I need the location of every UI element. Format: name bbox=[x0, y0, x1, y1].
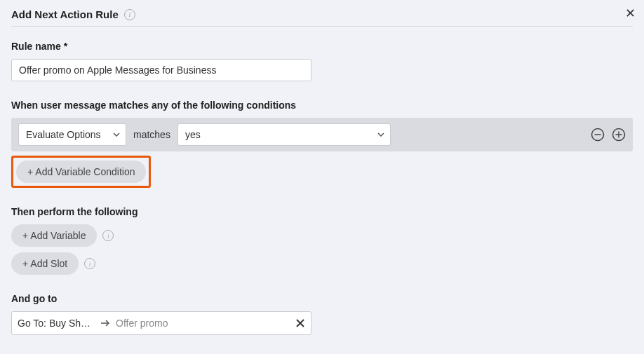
condition-row: Evaluate Options matches yes bbox=[11, 118, 633, 151]
clear-icon[interactable] bbox=[295, 318, 305, 328]
info-icon[interactable]: i bbox=[124, 9, 135, 20]
rule-name-label: Rule name * bbox=[11, 41, 633, 52]
close-icon[interactable]: ✕ bbox=[625, 6, 636, 21]
conditions-label: When user message matches any of the fol… bbox=[11, 100, 633, 111]
add-variable-condition-button[interactable]: + Add Variable Condition bbox=[16, 161, 146, 183]
arrow-right-icon bbox=[100, 318, 110, 329]
goto-placeholder: Offer promo bbox=[116, 318, 290, 329]
info-icon[interactable]: i bbox=[84, 258, 95, 269]
conditions-section: When user message matches any of the fol… bbox=[11, 100, 633, 188]
goto-section: And go to Go To: Buy Sho… Offer promo bbox=[11, 293, 633, 335]
rule-name-section: Rule name * bbox=[11, 41, 633, 81]
perform-section: Then perform the following + Add Variabl… bbox=[11, 206, 633, 275]
condition-field-select[interactable]: Evaluate Options bbox=[18, 123, 126, 146]
add-slot-button[interactable]: + Add Slot bbox=[11, 252, 79, 275]
goto-selected-value: Go To: Buy Sho… bbox=[18, 318, 95, 329]
dialog-title: Add Next Action Rule bbox=[11, 8, 119, 20]
condition-value: yes bbox=[185, 129, 201, 140]
condition-field-value: Evaluate Options bbox=[26, 129, 101, 140]
remove-condition-icon[interactable] bbox=[591, 128, 605, 142]
goto-label: And go to bbox=[11, 293, 633, 304]
rule-name-input[interactable] bbox=[11, 59, 311, 81]
chevron-down-icon bbox=[113, 132, 120, 137]
add-condition-icon[interactable] bbox=[612, 128, 626, 142]
highlight-box: + Add Variable Condition bbox=[11, 156, 151, 188]
info-icon[interactable]: i bbox=[102, 230, 114, 241]
dialog-header: Add Next Action Rule i bbox=[11, 8, 633, 27]
add-variable-button[interactable]: + Add Variable bbox=[11, 224, 97, 247]
goto-input-row[interactable]: Go To: Buy Sho… Offer promo bbox=[11, 311, 311, 335]
chevron-down-icon bbox=[377, 132, 384, 137]
condition-operator: matches bbox=[133, 129, 170, 140]
perform-label: Then perform the following bbox=[11, 206, 633, 217]
condition-value-select[interactable]: yes bbox=[177, 123, 391, 146]
